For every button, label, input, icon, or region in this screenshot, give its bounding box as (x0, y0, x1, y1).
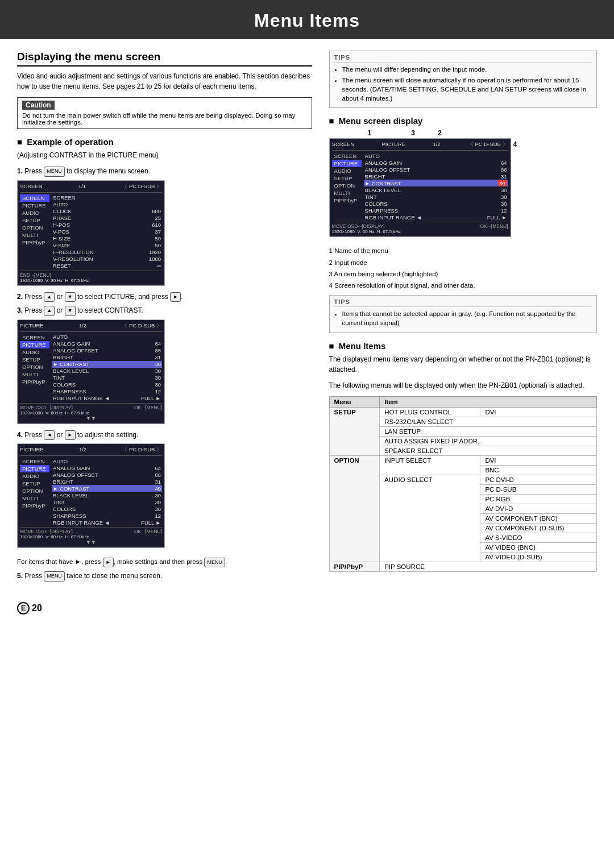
step5-press: Press (24, 572, 42, 580)
option-audio-pcdvid: PC DVI-D (480, 475, 597, 484)
msd-row-offset: ANALOG OFFSET86 (364, 166, 508, 173)
msd-row-colors: COLORS30 (364, 200, 508, 207)
menu-items-text2: The following menus will be displayed on… (329, 380, 597, 391)
ms2-row-rgb: RGB INPUT RANGE ◄FULL ► (52, 395, 162, 402)
option-audio-avvideobnc: AV VIDEO (BNC) (480, 542, 597, 552)
ms3-res: 1920×1080 V: 60 Hz H: 67.5 kHz (20, 534, 162, 539)
table-row: SETUP HOT PLUG CONTROL DVI (329, 407, 596, 417)
ms2-tab-audio: AUDIO (20, 348, 49, 356)
up-button-2: ▲ (44, 292, 55, 302)
pip-menu-name: PIP/PbyP (329, 562, 380, 571)
ms2-row-bright: BRIGHT31 (52, 354, 162, 361)
tips-box-bottom: TIPS Items that cannot be selected appea… (329, 295, 597, 333)
screen-num-3: 3 (411, 129, 415, 137)
table-row: OPTION INPUT SELECT DVI (329, 455, 596, 465)
ms1-row-reset: RESET⇒ (52, 263, 162, 269)
ms3-tab-picture: PICTURE (20, 465, 49, 472)
circle-e-icon: E (17, 602, 30, 614)
msd-tab-multi: MULTI (332, 189, 362, 197)
menu-display-title: Menu screen display (329, 116, 597, 126)
ms3-tab-pip: PIP/PbyP (20, 502, 49, 509)
ms2-row-black: BLACK LEVEL30 (52, 368, 162, 375)
menu-items-table: Menu Item SETUP HOT PLUG CONTROL DVI RS-… (329, 396, 597, 572)
setup-item-2: RS-232C/LAN SELECT (380, 417, 597, 426)
example-title: Example of operation (17, 137, 312, 147)
ms2-row-contrast: ► CONTRAST30 (52, 361, 162, 368)
step-5: 5. Press MENU twice to close the menu sc… (17, 571, 312, 582)
screen-num-1: 1 (368, 129, 372, 137)
screen-num-4: 4 (513, 138, 517, 148)
menu-button-1: MENU (44, 167, 65, 177)
caution-text: Do not turn the main power switch off wh… (22, 112, 307, 126)
ms1-page: 1/1 (78, 183, 86, 190)
ms1-footer: END···[MENU] (20, 271, 162, 278)
ms1-row-auto: AUTO (52, 201, 162, 208)
ms1-tab-setup: SETUP (20, 217, 49, 224)
msd-row-tint: TINT30 (364, 193, 508, 200)
tips-title-bottom: TIPS (334, 298, 592, 307)
ms3-footer-ok: OK···[MENU] (134, 529, 162, 534)
arrow-icon: ► (103, 558, 114, 568)
ms2-row-offset: ANALOG OFFSET86 (52, 347, 162, 354)
ms3-row-bright: BRIGHT31 (52, 478, 162, 485)
page-footer: E 20 (0, 596, 614, 620)
step1-text2: to display the menu screen. (67, 167, 150, 175)
menu-screenshot-display: SCREEN PICTURE 1/2 〈 PC D-SUB 〉 SCREEN P… (329, 138, 511, 237)
right-button-2: ► (170, 292, 181, 302)
ms3-row-offset: ANALOG OFFSET86 (52, 471, 162, 478)
ms3-tab-screen: SCREEN (20, 458, 49, 465)
ms3-footer-move: MOVE OSD···[DISPLAY] (20, 529, 73, 534)
caution-box: Caution Do not turn the main power switc… (17, 97, 312, 129)
option-audio-avcompbnc: AV COMPONENT (BNC) (480, 513, 597, 523)
step1-text: Press (24, 167, 42, 175)
msd-tab-audio: AUDIO (332, 167, 362, 175)
ms2-row-sharp: SHARPNESS12 (52, 388, 162, 395)
ms2-row-gain: ANALOG GAIN64 (52, 340, 162, 347)
msd-title: PICTURE (381, 141, 405, 148)
tips-item-1: The menu will differ depending on the in… (342, 65, 592, 74)
page-header: Menu Items (0, 0, 614, 39)
setup-item-5: SPEAKER SELECT (380, 446, 597, 455)
msd-tab-pip: PIP/PbyP (332, 197, 362, 204)
page-number: 20 (32, 603, 42, 613)
ms1-tab-audio: AUDIO (20, 209, 49, 217)
screen-num-2: 2 (438, 129, 442, 137)
msd-sidebar: SCREEN PICTURE AUDIO SETUP OPTION MULTI … (332, 152, 362, 221)
ms2-tab-picture: PICTURE (20, 341, 49, 348)
option-audio-pcdsub: PC D-SUB (480, 484, 597, 494)
step-4: 4. Press ◄ or ► to adjust the setting. (17, 430, 312, 441)
ms3-tab-audio: AUDIO (20, 472, 49, 480)
right-column: TIPS The menu will differ depending on t… (329, 51, 597, 585)
ms2-row-tint: TINT30 (52, 375, 162, 381)
step5-text2: twice to close the menu screen. (67, 572, 162, 580)
ms3-footer: MOVE OSD···[DISPLAY] OK···[MENU] (20, 527, 162, 534)
msd-row-auto: AUTO (364, 152, 508, 159)
ms1-row-clock: CLOCK600 (52, 208, 162, 215)
menu-display-container: SCREEN PICTURE 1/2 〈 PC D-SUB 〉 SCREEN P… (329, 138, 597, 243)
msd-row-contrast: ► CONTRAST30 (364, 180, 508, 186)
msd-input: 〈 PC D-SUB 〉 (468, 141, 508, 148)
ms1-tab-picture: PICTURE (20, 202, 49, 209)
msd-tab-option: OPTION (332, 182, 362, 189)
step-1: 1. Press MENU to display the menu screen… (17, 166, 312, 177)
setup-item-1-sub: DVI (480, 407, 597, 417)
ms3-tab-setup: SETUP (20, 480, 49, 487)
ms1-row-phase: PHASE25 (52, 215, 162, 222)
ms2-sidebar: SCREEN PICTURE AUDIO SETUP OPTION MULTI … (20, 334, 49, 402)
ms2-tab-multi: MULTI (20, 371, 49, 378)
option-audio-select: AUDIO SELECT (380, 475, 480, 562)
ms3-input: 〈 PC D-SUB 〉 (122, 446, 162, 454)
option-audio-avsvideo: AV S-VIDEO (480, 533, 597, 542)
ms2-title: PICTURE (20, 322, 44, 330)
ms1-tab-screen: SCREEN (20, 194, 49, 202)
legend-3: 3 An item being selected (highlighted) (329, 269, 597, 279)
ms3-page: 1/2 (79, 446, 86, 454)
left-column: Displaying the menu screen Video and aud… (17, 51, 312, 585)
msd-row-black: BLACK LEVEL30 (364, 186, 508, 193)
ms2-row-colors: COLORS30 (52, 381, 162, 388)
ms1-tab-multi: MULTI (20, 231, 49, 239)
arrow-note: For items that have ►, press ►, make set… (17, 557, 312, 567)
ms1-tab-pip: PIP/PbyP (20, 239, 49, 246)
msd-tab-screen: SCREEN (332, 152, 362, 160)
ms1-res: 1920×1080 V: 60 Hz H: 67.5 kHz (20, 278, 162, 283)
